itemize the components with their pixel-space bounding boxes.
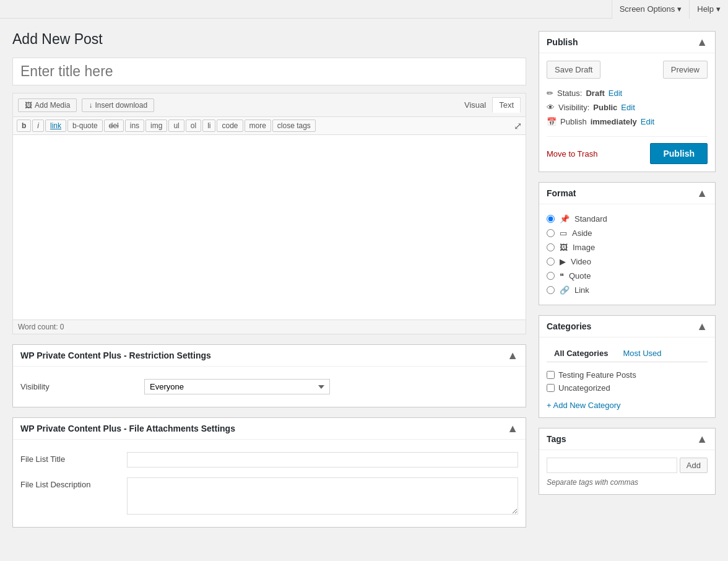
categories-box-header[interactable]: Categories ▲ (539, 316, 715, 337)
publish-collapse-btn[interactable]: ▲ (696, 37, 708, 48)
tags-input[interactable] (547, 458, 677, 473)
categories-tabs: All Categories Most Used (547, 345, 708, 362)
tags-collapse-btn[interactable]: ▲ (696, 433, 708, 445)
category-uncategorized-checkbox[interactable] (547, 384, 555, 392)
add-new-category-link[interactable]: + Add New Category (547, 401, 621, 410)
format-standard-radio[interactable] (547, 215, 555, 223)
preview-button[interactable]: Preview (663, 61, 708, 79)
chevron-down-icon: ▾ (716, 4, 721, 14)
restriction-settings-box: WP Private Content Plus - Restriction Se… (12, 344, 526, 407)
category-list: Testing Feature Posts Uncategorized (547, 368, 708, 394)
format-standard: 📌 Standard (547, 212, 708, 226)
del-btn[interactable]: del (104, 120, 124, 132)
file-attachments-content: File List Title File List Description (13, 440, 526, 527)
ins-btn[interactable]: ins (125, 120, 144, 132)
download-icon: ↓ (89, 101, 92, 110)
format-quote-radio[interactable] (547, 272, 555, 280)
publish-box: Publish ▲ Save Draft Preview ✏ Status: D… (539, 31, 716, 172)
status-edit-link[interactable]: Edit (609, 89, 622, 98)
link-btn[interactable]: link (45, 120, 66, 132)
format-aside: ▭ Aside (547, 226, 708, 240)
publish-box-header[interactable]: Publish ▲ (539, 32, 715, 53)
main-content: Add New Post 🖼 Add Media ↓ Insert downlo… (12, 31, 526, 537)
publish-footer: Move to Trash Publish (547, 136, 708, 164)
page-title: Add New Post (12, 31, 526, 48)
publish-time-row: 📅 Publish immediately Edit (547, 115, 708, 129)
publish-box-content: Save Draft Preview ✏ Status: Draft Edit … (539, 53, 715, 172)
screen-options-button[interactable]: Screen Options ▾ (612, 0, 690, 19)
close-tags-btn[interactable]: close tags (272, 120, 316, 132)
pencil-icon: ✏ (547, 89, 553, 98)
format-box-content: 📌 Standard ▭ Aside 🖼 Image (539, 204, 715, 305)
italic-btn[interactable]: i (32, 120, 44, 132)
save-draft-button[interactable]: Save Draft (547, 61, 600, 79)
move-to-trash-button[interactable]: Move to Trash (547, 149, 597, 159)
more-btn[interactable]: more (245, 120, 271, 132)
post-title-input[interactable] (12, 58, 526, 85)
text-tab[interactable]: Text (492, 97, 521, 113)
tags-box-header[interactable]: Tags ▲ (539, 428, 715, 450)
calendar-icon: 📅 (547, 117, 557, 126)
format-box: Format ▲ 📌 Standard ▭ Aside (539, 182, 716, 305)
status-row: ✏ Status: Draft Edit (547, 86, 708, 100)
add-tag-button[interactable]: Add (680, 458, 708, 473)
publish-actions-top: Save Draft Preview (547, 61, 708, 79)
categories-box: Categories ▲ All Categories Most Used Te… (539, 315, 716, 418)
ul-btn[interactable]: ul (168, 120, 184, 132)
format-link-radio[interactable] (547, 286, 555, 294)
tags-box-content: Add Separate tags with commas (539, 450, 715, 494)
publish-time-value: immediately (591, 117, 637, 126)
editor-footer: Word count: 0 (12, 320, 526, 334)
fullscreen-button[interactable]: ⤢ (514, 120, 522, 132)
list-item: Testing Feature Posts (547, 368, 708, 381)
li-btn[interactable]: li (202, 120, 215, 132)
tags-input-row: Add (547, 458, 708, 473)
list-item: Uncategorized (547, 381, 708, 394)
aside-icon: ▭ (560, 228, 567, 238)
publish-button[interactable]: Publish (650, 143, 708, 164)
add-media-button[interactable]: 🖼 Add Media (18, 98, 77, 112)
chevron-down-icon: ▾ (677, 4, 682, 14)
help-button[interactable]: Help ▾ (689, 0, 728, 19)
publish-info: ✏ Status: Draft Edit 👁 Visibility: Publi… (547, 86, 708, 129)
file-list-title-row: File List Title (20, 447, 518, 472)
file-list-description-row: File List Description (20, 472, 518, 520)
format-link: 🔗 Link (547, 283, 708, 297)
eye-icon: 👁 (547, 103, 555, 112)
format-image-radio[interactable] (547, 243, 555, 251)
format-video-radio[interactable] (547, 258, 555, 266)
pushpin-icon: 📌 (560, 214, 570, 224)
visual-tab[interactable]: Visual (458, 97, 492, 113)
code-btn[interactable]: code (217, 120, 243, 132)
format-toolbar: b i link b-quote del ins img ul ol li co… (12, 116, 526, 134)
categories-collapse-btn[interactable]: ▲ (696, 321, 708, 332)
restriction-collapse-btn[interactable]: ▲ (507, 350, 518, 361)
visibility-edit-link[interactable]: Edit (621, 103, 635, 112)
all-categories-tab[interactable]: All Categories (547, 345, 615, 362)
format-quote: ❝ Quote (547, 269, 708, 283)
ol-btn[interactable]: ol (186, 120, 201, 132)
file-list-description-textarea[interactable] (127, 477, 518, 515)
restriction-settings-header[interactable]: WP Private Content Plus - Restriction Se… (13, 345, 526, 367)
img-btn[interactable]: img (145, 120, 167, 132)
link-icon: 🔗 (560, 285, 570, 295)
editor-area[interactable] (12, 134, 526, 320)
editor-toolbar-left: 🖼 Add Media ↓ Insert download (18, 98, 154, 112)
format-collapse-btn[interactable]: ▲ (696, 188, 708, 199)
insert-download-button[interactable]: ↓ Insert download (82, 98, 154, 112)
bquote-btn[interactable]: b-quote (67, 120, 103, 132)
format-video: ▶ Video (547, 254, 708, 269)
visibility-select[interactable]: Everyone Logged In Users Logged Out User… (144, 379, 330, 394)
visibility-row: Visibility Everyone Logged In Users Logg… (20, 374, 518, 399)
format-box-header[interactable]: Format ▲ (539, 183, 715, 204)
category-testing-checkbox[interactable] (547, 371, 555, 379)
most-used-tab[interactable]: Most Used (615, 345, 669, 362)
file-attachments-header[interactable]: WP Private Content Plus - File Attachmen… (13, 418, 526, 440)
file-attachments-collapse-btn[interactable]: ▲ (507, 423, 518, 434)
format-list: 📌 Standard ▭ Aside 🖼 Image (547, 212, 708, 297)
video-icon: ▶ (560, 257, 566, 266)
format-aside-radio[interactable] (547, 229, 555, 237)
bold-btn[interactable]: b (17, 120, 31, 132)
publish-time-edit-link[interactable]: Edit (641, 117, 654, 126)
file-list-title-input[interactable] (127, 452, 518, 468)
